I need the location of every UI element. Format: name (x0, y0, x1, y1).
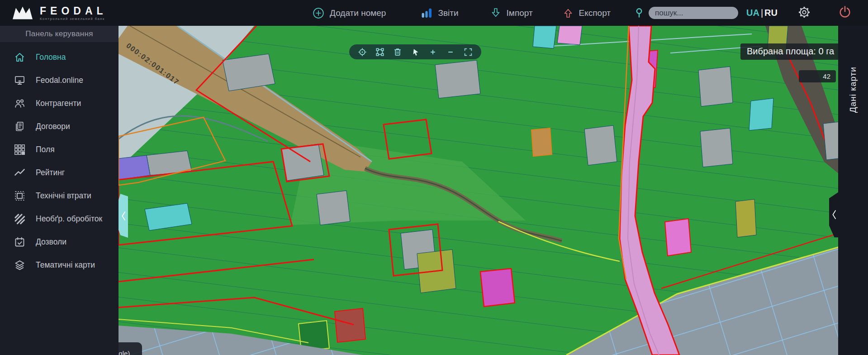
add-number-label: Додати номер (330, 8, 386, 18)
fullscreen-button[interactable] (463, 47, 473, 57)
sidebar-item-label: Тематичні карти (36, 260, 95, 270)
grid-icon (14, 144, 26, 156)
lang-ua-button[interactable]: UA (746, 8, 759, 18)
map-data-panel-title: Дані карти (848, 67, 858, 113)
sidebar-item-label: Дозволи (36, 237, 66, 247)
header-actions: Додати номер Звіти Імпорт (313, 5, 868, 21)
sidebar-item-label: Необґр. обробіток (36, 214, 102, 224)
parcel-count-badge: 42 (799, 70, 836, 82)
trend-icon (14, 167, 26, 179)
search-area (634, 7, 738, 19)
chevron-left-icon (831, 209, 837, 220)
brand-name: FEODAL (40, 5, 107, 16)
lang-ru-button[interactable]: RU (764, 8, 778, 18)
attribution-text: ogle) (115, 350, 142, 355)
bar-chart-icon (421, 8, 432, 18)
export-label: Експорт (579, 8, 611, 18)
users-icon (14, 97, 26, 110)
export-button[interactable]: Експорт (563, 7, 611, 19)
plus-circle-icon (313, 7, 324, 19)
sidebar-item-uncontracted-tillage[interactable]: Необґр. обробіток (0, 207, 119, 230)
map-data-panel: Дані карти (838, 26, 868, 355)
map-toolbar (349, 44, 481, 59)
arrow-down-icon (490, 7, 501, 19)
map-canvas[interactable]: 000:02:001:017 (119, 26, 868, 355)
sidebar: Панель керування Головна Feodal.online (0, 26, 119, 355)
gear-icon (797, 5, 811, 19)
sidebar-item-technical-losses[interactable]: Технічні втрати (0, 184, 119, 207)
lang-divider: | (761, 8, 763, 18)
parcel-map: 000:02:001:017 (119, 26, 868, 355)
logout-button[interactable] (838, 5, 852, 21)
power-icon (838, 5, 852, 19)
sidebar-item-permits[interactable]: Дозволи (0, 230, 119, 254)
top-bar: FEODAL Контрольний земельний банк Додати… (0, 0, 868, 26)
cursor-tool-button[interactable] (410, 47, 420, 57)
selected-area-label: Вибрана площа: 0 га (740, 43, 840, 60)
locate-button[interactable] (357, 47, 367, 57)
calendar-check-icon (14, 236, 26, 248)
sidebar-item-label: Головна (36, 53, 66, 62)
import-button[interactable]: Імпорт (490, 7, 533, 19)
sidebar-collapse-tab[interactable] (119, 194, 128, 238)
chip-icon (14, 190, 26, 202)
search-pin-icon (634, 8, 644, 19)
documents-icon (14, 120, 26, 133)
arrow-up-icon (563, 7, 574, 19)
sidebar-item-thematic-maps[interactable]: Тематичні карти (0, 254, 119, 277)
sidebar-item-fields[interactable]: Поля (0, 138, 119, 161)
sidebar-item-contractors[interactable]: Контрагенти (0, 92, 119, 115)
home-icon (14, 51, 26, 63)
brand-logo[interactable]: FEODAL Контрольний земельний банк (0, 5, 107, 21)
reports-button[interactable]: Звіти (421, 8, 458, 18)
search-input[interactable] (649, 7, 738, 19)
polygon-select-button[interactable] (375, 47, 385, 57)
zoom-in-button[interactable] (428, 47, 438, 57)
sidebar-item-contracts[interactable]: Договори (0, 115, 119, 138)
delete-shape-button[interactable] (393, 47, 403, 57)
hatch-icon (14, 213, 26, 225)
brand-tagline: Контрольний земельний банк (40, 17, 107, 21)
app-window: FEODAL Контрольний земельний банк Додати… (0, 0, 868, 355)
sidebar-item-feodal-online[interactable]: Feodal.online (0, 69, 119, 92)
sidebar-menu: Головна Feodal.online Контрагенти (0, 42, 119, 277)
sidebar-item-label: Контрагенти (36, 99, 81, 108)
sidebar-item-rating[interactable]: Рейтинг (0, 161, 119, 184)
sidebar-title: Панель керування (0, 26, 119, 42)
sidebar-item-label: Технічні втрати (36, 191, 91, 201)
sidebar-item-label: Поля (36, 145, 55, 154)
add-number-button[interactable]: Додати номер (313, 7, 386, 19)
settings-button[interactable] (797, 5, 811, 21)
sidebar-item-label: Feodal.online (36, 76, 83, 85)
sidebar-item-label: Рейтинг (36, 168, 65, 178)
layers-icon (14, 259, 26, 271)
zoom-out-button[interactable] (446, 47, 455, 57)
crown-icon (12, 6, 33, 20)
chevron-left-icon (121, 211, 126, 221)
sidebar-item-home[interactable]: Головна (0, 46, 119, 69)
sidebar-item-label: Договори (36, 122, 70, 131)
reports-label: Звіти (438, 8, 458, 18)
import-label: Імпорт (507, 8, 533, 18)
language-switcher: UA | RU (746, 8, 778, 18)
monitor-icon (14, 74, 26, 86)
